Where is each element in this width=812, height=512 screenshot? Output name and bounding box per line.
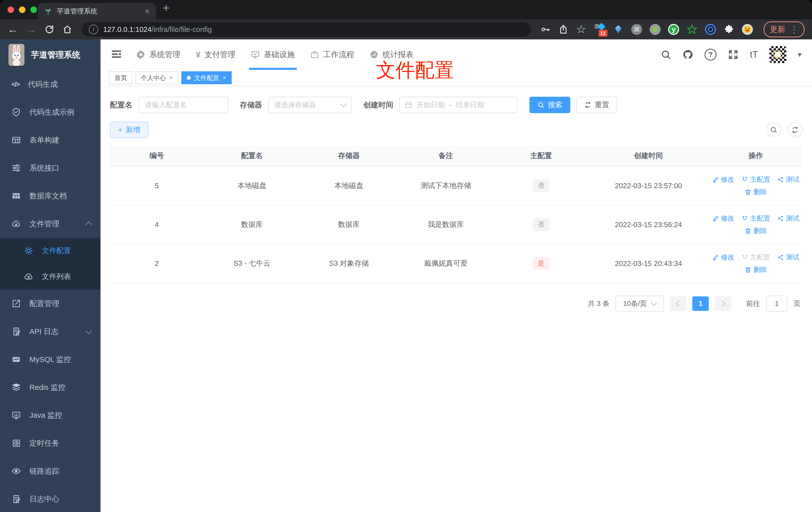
browser-tab-title: 芋道管理系统 [57, 7, 140, 16]
next-page-button[interactable] [715, 296, 731, 311]
test-link[interactable]: 测试 [777, 214, 800, 223]
extension-star-icon[interactable] [686, 24, 698, 35]
sidebar-item-code-demo[interactable]: 代码生成示例 [0, 98, 100, 126]
topnav-system[interactable]: 系统管理 [137, 39, 180, 70]
new-tab-button[interactable] [163, 2, 170, 14]
fullscreen-button[interactable] [728, 49, 738, 60]
sidebar-logo[interactable]: 芋道管理系统 [0, 39, 100, 70]
sidebar-item-system-api[interactable]: 系统接口 [0, 154, 100, 182]
name-filter-input[interactable] [138, 97, 228, 113]
user-avatar-qr[interactable] [770, 46, 786, 63]
password-key-button[interactable] [541, 24, 550, 34]
monitor-icon [11, 411, 21, 420]
sidebar-item-java-monitor[interactable]: Java 监控 [0, 401, 100, 429]
extension-y-icon[interactable]: y [668, 24, 679, 35]
topnav-workflow[interactable]: 工作流程 [310, 39, 354, 70]
delete-link[interactable]: 删除 [745, 226, 767, 235]
topnav-infra[interactable]: 基础设施 [251, 39, 295, 70]
sidebar-item-mysql-monitor[interactable]: MySQL 监控 [0, 345, 100, 373]
bookmark-star-icon[interactable] [576, 24, 586, 35]
current-page-button[interactable]: 1 [692, 296, 709, 311]
header-search-button[interactable] [661, 49, 671, 60]
extension-gem-icon[interactable] [612, 24, 624, 35]
tab-close-icon[interactable] [145, 7, 150, 15]
toggle-search-button[interactable] [766, 122, 781, 137]
refresh-table-button[interactable] [788, 122, 803, 137]
sidebar-item-db-doc[interactable]: 数据库文档 [0, 182, 100, 210]
yen-icon [196, 50, 201, 59]
gear-icon [137, 50, 145, 59]
add-button[interactable]: 新增 [110, 122, 148, 138]
browser-menu-icon[interactable] [790, 25, 798, 34]
extension-tiles-icon[interactable]: 11 [594, 24, 606, 35]
font-size-button[interactable] [750, 50, 758, 59]
back-button[interactable] [7, 24, 18, 35]
sidebar-item-code-gen[interactable]: 代码生成 [0, 70, 100, 98]
question-icon [708, 51, 713, 58]
master-link[interactable]: 主配置 [742, 214, 770, 223]
sidebar-item-label: 配置管理 [29, 299, 59, 309]
sidebar-item-log-center[interactable]: 日志中心 [0, 485, 100, 512]
edit-link[interactable]: 修改 [712, 253, 734, 262]
prev-page-button[interactable] [670, 296, 686, 311]
address-bar[interactable]: 127.0.0.1:1024/infra/file/file-config [82, 22, 531, 37]
extension-command-icon[interactable] [631, 24, 642, 35]
extension-record-icon[interactable] [649, 24, 661, 35]
delete-link[interactable]: 删除 [745, 265, 767, 274]
user-menu-caret-icon[interactable] [798, 51, 802, 58]
tag-file-config[interactable]: 文件配置 [181, 71, 232, 84]
github-button[interactable] [683, 49, 693, 60]
tag-close-icon[interactable] [169, 75, 173, 81]
storage-filter-select[interactable]: 请选择存储器 [268, 97, 352, 113]
sidebar-item-api-log[interactable]: API 日志 [0, 318, 100, 345]
master-link[interactable]: 主配置 [742, 175, 770, 184]
collapse-menu-button[interactable] [111, 49, 122, 61]
sidebar-item-tracing[interactable]: 链路追踪 [0, 457, 100, 485]
sidebar-item-scheduled-jobs[interactable]: 定时任务 [0, 429, 100, 457]
home-button[interactable] [62, 24, 72, 34]
test-link[interactable]: 测试 [777, 175, 800, 184]
share-button[interactable] [558, 24, 568, 34]
cell-master: 否 [494, 166, 588, 205]
edit-link[interactable]: 修改 [712, 175, 734, 184]
topnav-payment[interactable]: 支付管理 [196, 39, 235, 70]
page-size-select[interactable]: 10条/页 [615, 296, 664, 311]
forward-button[interactable] [26, 24, 36, 35]
sidebar-item-form-builder[interactable]: 表单构建 [0, 126, 100, 154]
chrome-update-button[interactable]: 更新 [764, 22, 805, 37]
close-window-button[interactable] [7, 6, 14, 13]
topnav-reports[interactable]: 统计报表 [370, 39, 413, 70]
zoom-window-button[interactable] [30, 6, 37, 13]
search-button-label: 搜索 [548, 100, 562, 110]
browser-tab[interactable]: 芋道管理系统 [38, 3, 156, 20]
search-button[interactable]: 搜索 [529, 97, 570, 113]
extension-target-icon[interactable] [705, 24, 716, 35]
sidebar-item-redis-monitor[interactable]: Redis 监控 [0, 373, 100, 401]
date-range-picker[interactable]: 开始日期 - 结束日期 [399, 97, 518, 113]
tag-profile[interactable]: 个人中心 [136, 71, 178, 84]
cloud-download-icon [11, 219, 21, 229]
reload-button[interactable] [45, 24, 54, 34]
sidebar-item-file-config[interactable]: 文件配置 [0, 238, 100, 264]
master-label: 主配置 [750, 214, 770, 223]
tag-home[interactable]: 首页 [109, 71, 133, 84]
cell-remark: 测试下本地存储 [397, 166, 494, 205]
pencil-icon [712, 254, 719, 261]
sidebar-item-config-mgmt[interactable]: 配置管理 [0, 290, 100, 318]
site-info-icon[interactable] [89, 25, 98, 34]
sidebar-item-file-mgmt[interactable]: 文件管理 [0, 210, 100, 238]
help-button[interactable] [704, 49, 717, 61]
delete-link[interactable]: 删除 [745, 187, 767, 197]
magnet-icon [742, 176, 748, 183]
extension-puzzle-icon[interactable] [723, 24, 735, 35]
tag-close-icon[interactable] [223, 75, 226, 81]
sidebar-item-file-list[interactable]: 文件列表 [0, 264, 100, 290]
reset-button[interactable]: 重置 [576, 97, 617, 113]
edit-link[interactable]: 修改 [712, 214, 734, 223]
browser-profile-avatar[interactable] [742, 24, 753, 35]
goto-page-input[interactable] [766, 296, 788, 311]
browser-toolbar: 127.0.0.1:1024/infra/file/file-config 11… [0, 20, 812, 39]
test-link[interactable]: 测试 [777, 253, 800, 262]
tag-label: 个人中心 [141, 74, 166, 82]
minimize-window-button[interactable] [19, 6, 25, 13]
